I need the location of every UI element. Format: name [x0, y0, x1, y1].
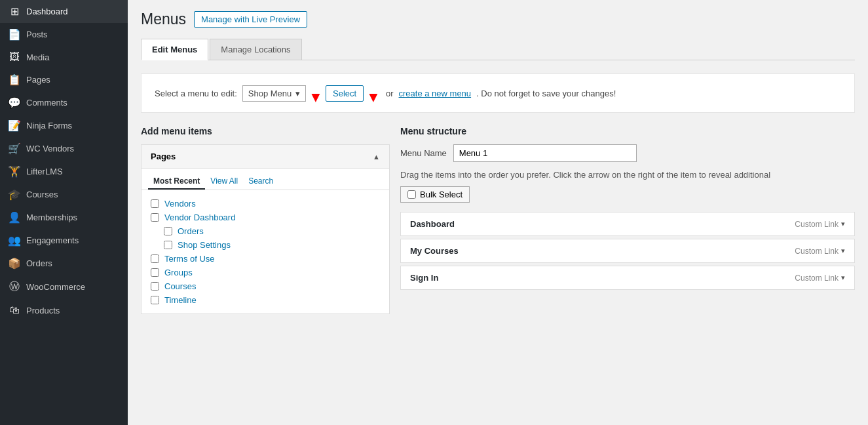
- sidebar-icon-woocommerce: Ⓦ: [8, 280, 21, 294]
- live-preview-button[interactable]: Manage with Live Preview: [194, 11, 307, 28]
- page-label-orders[interactable]: Orders: [178, 226, 204, 236]
- sidebar-label-pages: Pages: [26, 75, 50, 85]
- sidebar-item-comments[interactable]: 💬Comments: [0, 91, 128, 114]
- page-item-timeline: Timeline: [151, 293, 380, 307]
- pages-header-label: Pages: [151, 152, 176, 161]
- sidebar-item-engagements[interactable]: 👥Engagements: [0, 229, 128, 252]
- tab-search[interactable]: Search: [243, 174, 278, 190]
- page-label-timeline[interactable]: Timeline: [164, 295, 197, 305]
- page-label-vendor-dashboard[interactable]: Vendor Dashboard: [164, 212, 235, 222]
- menu-item-arrow-sign-in[interactable]: ▾: [841, 273, 845, 282]
- menu-item-type-my-courses: Custom Link ▾: [795, 247, 845, 256]
- bulk-select-checkbox[interactable]: [407, 190, 416, 199]
- menu-item-label-sign-in: Sign In: [410, 273, 438, 283]
- page-label-groups[interactable]: Groups: [164, 268, 193, 277]
- bulk-select-label: Bulk Select: [420, 190, 462, 199]
- sidebar-icon-courses: 🎓: [8, 188, 21, 201]
- dropdown-chevron-icon: ▾: [295, 89, 300, 98]
- sidebar-icon-orders: 📦: [8, 257, 21, 270]
- select-menu-row: Select a menu to edit: Shop Menu ▾ ▲ Sel…: [141, 73, 855, 113]
- sidebar-item-orders[interactable]: 📦Orders: [0, 252, 128, 275]
- page-label-shop-settings[interactable]: Shop Settings: [178, 240, 231, 250]
- sidebar-label-engagements: Engagements: [26, 235, 79, 245]
- sidebar-label-dashboard: Dashboard: [26, 7, 68, 16]
- page-title: Menus: [141, 10, 186, 28]
- checkbox-vendors[interactable]: [151, 199, 159, 208]
- checkbox-shop-settings[interactable]: [164, 241, 172, 249]
- page-item-courses: Courses: [151, 279, 380, 293]
- pages-list: VendorsVendor DashboardOrdersShop Settin…: [142, 190, 389, 314]
- menu-item-type-sign-in: Custom Link ▾: [795, 273, 845, 283]
- sidebar-icon-wc-vendors: 🛒: [8, 142, 21, 155]
- page-item-terms-of-use: Terms of Use: [151, 252, 380, 266]
- menu-name-label: Menu Name: [400, 148, 447, 158]
- select-button[interactable]: Select: [326, 85, 364, 102]
- sidebar-item-products[interactable]: 🛍Products: [0, 299, 128, 321]
- sidebar-icon-comments: 💬: [8, 96, 21, 109]
- accordion-chevron-icon: ▲: [373, 153, 380, 161]
- tab-manage-locations[interactable]: Manage Locations: [210, 39, 301, 60]
- checkbox-orders[interactable]: [164, 227, 172, 235]
- sidebar-item-dashboard[interactable]: ⊞Dashboard: [0, 0, 128, 23]
- menu-item-my-courses: My CoursesCustom Link ▾: [400, 239, 855, 263]
- sidebar-item-courses[interactable]: 🎓Courses: [0, 183, 128, 206]
- sidebar-label-wc-vendors: WC Vendors: [26, 144, 74, 153]
- menu-item-label-my-courses: My Courses: [410, 246, 459, 256]
- sidebar-label-posts: Posts: [26, 30, 48, 39]
- checkbox-timeline[interactable]: [151, 296, 159, 304]
- page-item-shop-settings: Shop Settings: [151, 238, 380, 252]
- sidebar-label-media: Media: [26, 52, 49, 62]
- page-label-vendors[interactable]: Vendors: [164, 199, 196, 209]
- arrow-1-icon: ▲: [309, 90, 323, 107]
- sidebar-item-woocommerce[interactable]: ⓌWooCommerce: [0, 275, 128, 299]
- page-item-vendor-dashboard: Vendor Dashboard: [151, 211, 380, 224]
- sidebar: ⊞Dashboard📄Posts🖼Media📋Pages💬Comments📝Ni…: [0, 0, 128, 425]
- page-item-orders: Orders: [151, 224, 380, 238]
- sidebar-label-comments: Comments: [26, 98, 67, 108]
- pages-accordion-header[interactable]: Pages ▲: [142, 145, 389, 169]
- sidebar-item-media[interactable]: 🖼Media: [0, 46, 128, 68]
- menu-dropdown[interactable]: Shop Menu ▾: [242, 85, 307, 102]
- sidebar-item-memberships[interactable]: 👤Memberships: [0, 206, 128, 229]
- sidebar-item-pages[interactable]: 📋Pages: [0, 68, 128, 91]
- create-new-menu-link[interactable]: create a new menu: [399, 89, 472, 98]
- sidebar-label-woocommerce: WooCommerce: [26, 282, 85, 292]
- or-text: or: [386, 89, 394, 98]
- sidebar-item-ninja-forms[interactable]: 📝Ninja Forms: [0, 114, 128, 137]
- tab-edit-menus[interactable]: Edit Menus: [141, 39, 208, 60]
- sidebar-item-posts[interactable]: 📄Posts: [0, 23, 128, 46]
- sidebar-icon-engagements: 👥: [8, 234, 21, 247]
- menu-item-arrow-dashboard[interactable]: ▾: [841, 220, 845, 228]
- pages-accordion: Pages ▲ Most Recent View All Search Vend…: [141, 144, 390, 314]
- reminder-text: . Do not forget to save your changes!: [476, 89, 616, 98]
- checkbox-courses[interactable]: [151, 282, 159, 291]
- tab-view-all[interactable]: View All: [205, 174, 243, 190]
- main-tabs: Edit Menus Manage Locations: [141, 39, 855, 60]
- checkbox-vendor-dashboard[interactable]: [151, 213, 159, 222]
- sidebar-icon-pages: 📋: [8, 73, 21, 86]
- page-label-courses[interactable]: Courses: [164, 281, 196, 291]
- page-title-row: Menus Manage with Live Preview: [141, 10, 855, 28]
- sidebar-label-ninja-forms: Ninja Forms: [26, 121, 72, 131]
- menu-item-label-dashboard: Dashboard: [410, 219, 455, 229]
- menu-item-arrow-my-courses[interactable]: ▾: [841, 247, 845, 255]
- checkbox-terms-of-use[interactable]: [151, 254, 159, 263]
- page-item-groups: Groups: [151, 266, 380, 279]
- menu-name-row: Menu Name: [400, 144, 855, 162]
- pages-inner-tabs: Most Recent View All Search: [142, 169, 389, 190]
- arrow-2-icon: ▲: [366, 90, 381, 107]
- menu-item-type-dashboard: Custom Link ▾: [795, 220, 845, 229]
- sidebar-item-wc-vendors[interactable]: 🛒WC Vendors: [0, 137, 128, 160]
- checkbox-groups[interactable]: [151, 268, 159, 277]
- sidebar-label-courses: Courses: [26, 190, 58, 199]
- sidebar-icon-products: 🛍: [8, 304, 21, 316]
- menu-structure-title: Menu structure: [400, 126, 855, 136]
- drag-hint-text: Drag the items into the order you prefer…: [400, 170, 855, 180]
- menu-name-input[interactable]: [453, 144, 637, 162]
- tab-most-recent[interactable]: Most Recent: [148, 174, 205, 190]
- sidebar-icon-memberships: 👤: [8, 211, 21, 224]
- menu-items-list: DashboardCustom Link ▾My CoursesCustom L…: [400, 212, 855, 290]
- page-label-terms-of-use[interactable]: Terms of Use: [164, 254, 215, 264]
- bulk-select-button[interactable]: Bulk Select: [400, 186, 470, 203]
- sidebar-item-lifterlms[interactable]: 🏋LifterLMS: [0, 160, 128, 183]
